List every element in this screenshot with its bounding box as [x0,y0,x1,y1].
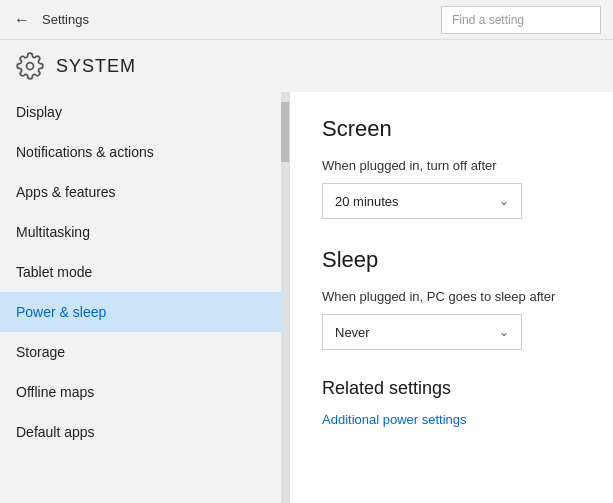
screen-dropdown-chevron: ⌄ [499,194,509,208]
content-area: Display Notifications & actions Apps & f… [0,92,613,503]
screen-dropdown[interactable]: 20 minutes ⌄ [322,183,522,219]
sleep-label: When plugged in, PC goes to sleep after [322,289,581,304]
sleep-section: Sleep When plugged in, PC goes to sleep … [322,247,581,350]
sidebar: Display Notifications & actions Apps & f… [0,92,290,503]
sidebar-item-offline[interactable]: Offline maps [0,372,289,412]
sleep-section-title: Sleep [322,247,581,273]
sleep-dropdown-chevron: ⌄ [499,325,509,339]
sidebar-item-default[interactable]: Default apps [0,412,289,452]
main-header: SYSTEM [0,40,613,92]
sidebar-item-notifications[interactable]: Notifications & actions [0,132,289,172]
additional-power-settings-link[interactable]: Additional power settings [322,412,467,427]
screen-dropdown-value: 20 minutes [335,194,399,209]
search-placeholder: Find a setting [452,13,524,27]
sidebar-item-display[interactable]: Display [0,92,289,132]
sidebar-item-power[interactable]: Power & sleep [0,292,289,332]
main-content: Screen When plugged in, turn off after 2… [290,92,613,503]
screen-section: Screen When plugged in, turn off after 2… [322,116,581,219]
sidebar-item-multitasking[interactable]: Multitasking [0,212,289,252]
related-settings-section: Related settings Additional power settin… [322,378,581,427]
sidebar-scrollbar[interactable] [281,92,289,503]
sidebar-scroll-thumb[interactable] [281,102,289,162]
gear-icon [16,52,44,80]
sidebar-item-tablet[interactable]: Tablet mode [0,252,289,292]
sidebar-item-apps[interactable]: Apps & features [0,172,289,212]
sleep-dropdown-value: Never [335,325,370,340]
sleep-dropdown[interactable]: Never ⌄ [322,314,522,350]
system-title: SYSTEM [56,56,136,77]
title-bar-text: Settings [42,12,89,27]
search-box[interactable]: Find a setting [441,6,601,34]
related-settings-title: Related settings [322,378,581,399]
svg-point-0 [27,63,34,70]
screen-label: When plugged in, turn off after [322,158,581,173]
back-button[interactable]: ← [12,10,32,30]
sidebar-item-storage[interactable]: Storage [0,332,289,372]
title-bar: ← Settings Find a setting [0,0,613,40]
screen-section-title: Screen [322,116,581,142]
back-icon: ← [14,11,30,29]
